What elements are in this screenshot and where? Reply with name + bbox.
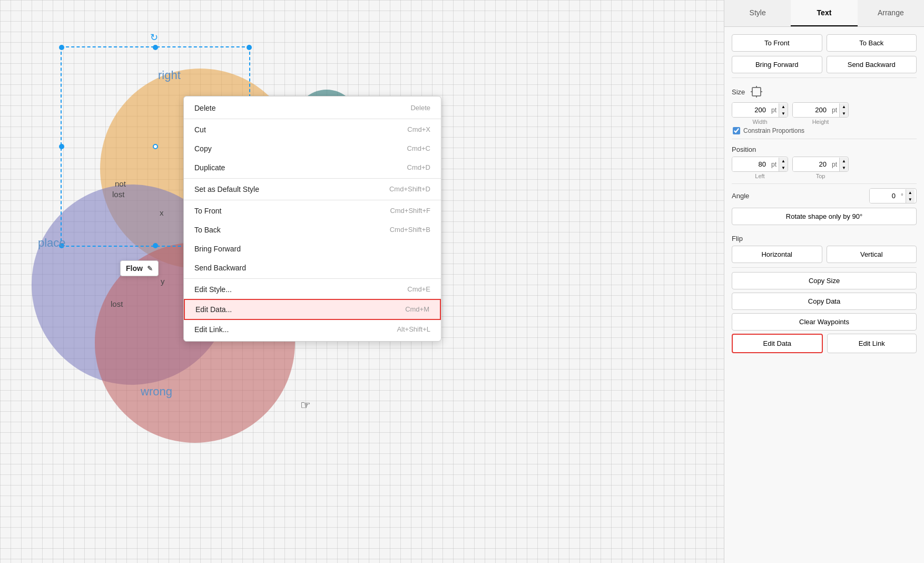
bring-forward-btn[interactable]: Bring Forward bbox=[732, 56, 822, 73]
left-down[interactable]: ▼ bbox=[779, 164, 788, 171]
copy-data-btn[interactable]: Copy Data bbox=[732, 293, 917, 310]
ctx-duplicate[interactable]: Duplicate Cmd+D bbox=[184, 158, 441, 177]
edit-data-btn[interactable]: Edit Data bbox=[732, 334, 823, 353]
height-input[interactable] bbox=[793, 103, 830, 117]
edit-link-btn[interactable]: Edit Link bbox=[827, 334, 917, 353]
ctx-edit-data-label: Edit Data... bbox=[195, 305, 232, 314]
ctx-bring-forward[interactable]: Bring Forward bbox=[184, 239, 441, 258]
label-x: x bbox=[160, 208, 164, 217]
ctx-cut-shortcut: Cmd+X bbox=[407, 125, 430, 134]
angle-unit: ° bbox=[899, 189, 906, 203]
ctx-copy-shortcut: Cmd+C bbox=[407, 144, 430, 153]
zorder-row2: Bring Forward Send Backward bbox=[732, 56, 917, 73]
ctx-delete[interactable]: Delete Delete bbox=[184, 99, 441, 118]
width-up[interactable]: ▲ bbox=[779, 103, 788, 110]
tab-style[interactable]: Style bbox=[724, 0, 791, 26]
divider2 bbox=[732, 139, 917, 139]
flow-popup[interactable]: Flow ✎ bbox=[120, 260, 159, 276]
top-group: pt ▲ ▼ Top bbox=[792, 157, 849, 179]
width-group: pt ▲ ▼ Width bbox=[732, 102, 788, 125]
ctx-edit-style-shortcut: Cmd+E bbox=[407, 285, 430, 294]
copy-size-btn[interactable]: Copy Size bbox=[732, 272, 917, 289]
ctx-sep1 bbox=[184, 119, 441, 119]
height-down[interactable]: ▼ bbox=[840, 110, 848, 117]
right-panel: Style Text Arrange To Front To Back Brin… bbox=[724, 0, 924, 563]
tab-arrange[interactable]: Arrange bbox=[858, 0, 924, 26]
ctx-to-back[interactable]: To Back Cmd+Shift+B bbox=[184, 220, 441, 239]
flip-horizontal-btn[interactable]: Horizontal bbox=[732, 246, 822, 263]
label-y: y bbox=[161, 277, 165, 286]
to-back-btn[interactable]: To Back bbox=[827, 34, 917, 52]
ctx-sep4 bbox=[184, 278, 441, 279]
size-label: Size bbox=[732, 88, 745, 96]
position-label: Position bbox=[732, 145, 756, 153]
left-input-wrapper: pt ▲ ▼ bbox=[732, 157, 788, 172]
angle-input[interactable] bbox=[870, 189, 899, 203]
ctx-to-front-shortcut: Cmd+Shift+F bbox=[390, 207, 430, 215]
to-front-btn[interactable]: To Front bbox=[732, 34, 822, 52]
width-input[interactable] bbox=[732, 103, 769, 117]
size-icon bbox=[749, 84, 764, 99]
position-section: Position bbox=[732, 145, 917, 153]
constrain-row: Constrain Proportions bbox=[732, 127, 917, 134]
left-up[interactable]: ▲ bbox=[779, 158, 788, 164]
height-input-wrapper: pt ▲ ▼ bbox=[792, 102, 849, 118]
label-lost-top: lost bbox=[112, 190, 124, 199]
ctx-default-style[interactable]: Set as Default Style Cmd+Shift+D bbox=[184, 180, 441, 199]
ctx-send-backward[interactable]: Send Backward bbox=[184, 258, 441, 277]
left-unit: pt bbox=[769, 158, 779, 171]
ctx-sep3 bbox=[184, 200, 441, 200]
label-wrong: wrong bbox=[141, 385, 172, 399]
angle-label: Angle bbox=[732, 192, 749, 200]
constrain-checkbox[interactable] bbox=[733, 127, 740, 134]
ctx-copy[interactable]: Copy Cmd+C bbox=[184, 139, 441, 158]
ctx-copy-label: Copy bbox=[194, 144, 212, 153]
top-input[interactable] bbox=[793, 157, 830, 171]
width-spin: ▲ ▼ bbox=[779, 103, 788, 117]
ctx-edit-link[interactable]: Edit Link... Alt+Shift+L bbox=[184, 320, 441, 339]
top-spin: ▲ ▼ bbox=[839, 158, 848, 171]
flip-row: Horizontal Vertical bbox=[732, 246, 917, 263]
left-input[interactable] bbox=[732, 157, 769, 171]
panel-content: To Front To Back Bring Forward Send Back… bbox=[724, 27, 924, 563]
ctx-cut-label: Cut bbox=[194, 125, 206, 134]
context-menu: Delete Delete Cut Cmd+X Copy Cmd+C Dupli… bbox=[183, 96, 441, 342]
ctx-default-style-shortcut: Cmd+Shift+D bbox=[389, 185, 430, 193]
ctx-delete-shortcut: Delete bbox=[410, 104, 430, 112]
ctx-cut[interactable]: Cut Cmd+X bbox=[184, 120, 441, 139]
left-sub-label: Left bbox=[755, 173, 764, 179]
angle-up[interactable]: ▲ bbox=[906, 189, 915, 196]
canvas[interactable]: ↻ right not lost x y place lost wrong uc… bbox=[0, 0, 724, 563]
position-inputs: pt ▲ ▼ Left pt ▲ ▼ Top bbox=[732, 157, 917, 179]
ctx-edit-style[interactable]: Edit Style... Cmd+E bbox=[184, 280, 441, 299]
edit-row: Edit Data Edit Link bbox=[732, 334, 917, 353]
ctx-edit-link-label: Edit Link... bbox=[194, 325, 229, 334]
rotate-handle[interactable]: ↻ bbox=[150, 32, 161, 42]
tab-text[interactable]: Text bbox=[791, 0, 857, 26]
top-up[interactable]: ▲ bbox=[840, 158, 848, 164]
ctx-sep2 bbox=[184, 178, 441, 179]
flip-vertical-btn[interactable]: Vertical bbox=[827, 246, 917, 263]
left-spin: ▲ ▼ bbox=[779, 158, 788, 171]
ctx-duplicate-shortcut: Cmd+D bbox=[407, 163, 430, 172]
width-down[interactable]: ▼ bbox=[779, 110, 788, 117]
ctx-edit-data[interactable]: Edit Data... Cmd+M bbox=[184, 299, 441, 320]
height-up[interactable]: ▲ bbox=[840, 103, 848, 110]
clear-waypoints-btn[interactable]: Clear Waypoints bbox=[732, 313, 917, 331]
flow-edit-icon[interactable]: ✎ bbox=[147, 265, 153, 273]
width-sub-label: Width bbox=[752, 119, 767, 125]
height-sub-label: Height bbox=[812, 119, 829, 125]
height-group: pt ▲ ▼ Height bbox=[792, 102, 849, 125]
ctx-to-front[interactable]: To Front Cmd+Shift+F bbox=[184, 201, 441, 220]
rotate-shape-btn[interactable]: Rotate shape only by 90° bbox=[732, 208, 917, 225]
ctx-send-backward-label: Send Backward bbox=[194, 264, 246, 272]
send-backward-btn[interactable]: Send Backward bbox=[827, 56, 917, 73]
angle-row: Angle ° ▲ ▼ bbox=[732, 188, 917, 203]
top-down[interactable]: ▼ bbox=[840, 164, 848, 171]
zorder-row1: To Front To Back bbox=[732, 34, 917, 52]
flow-label: Flow bbox=[126, 264, 143, 273]
divider3 bbox=[732, 183, 917, 184]
angle-down[interactable]: ▼ bbox=[906, 196, 915, 203]
width-input-wrapper: pt ▲ ▼ bbox=[732, 102, 788, 118]
ctx-edit-style-label: Edit Style... bbox=[194, 285, 232, 294]
